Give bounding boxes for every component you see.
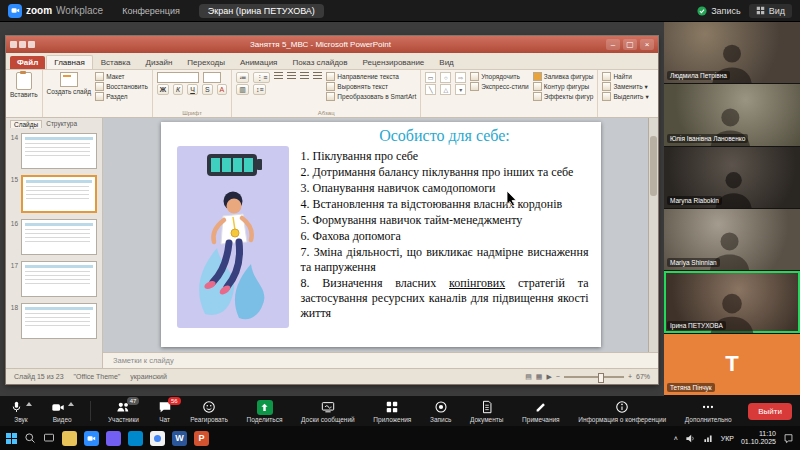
bullets-button[interactable]: ≔ bbox=[236, 72, 249, 83]
language-indicator[interactable]: УКР bbox=[721, 435, 734, 442]
tab-animations[interactable]: Анимация bbox=[233, 56, 285, 69]
chat-button[interactable]: 56 Чат bbox=[156, 400, 174, 423]
arrange-button[interactable]: Упорядочить bbox=[470, 72, 529, 81]
font-size-box[interactable] bbox=[203, 72, 221, 83]
shape-fill-button[interactable]: Заливка фигуры bbox=[533, 72, 594, 81]
numbering-button[interactable]: ⋮≡ bbox=[253, 72, 270, 83]
font-color-button[interactable]: A bbox=[217, 84, 228, 95]
viber-app-icon[interactable] bbox=[106, 431, 121, 446]
paste-button[interactable]: Вставить bbox=[10, 72, 38, 98]
ppt-title-bar[interactable]: Заняття 5_МВС - Microsoft PowerPoint – ▢… bbox=[6, 36, 658, 53]
outline-tab[interactable]: Структура bbox=[46, 120, 77, 128]
layout-button[interactable]: Макет bbox=[95, 72, 148, 81]
taskbar-clock[interactable]: 11:10 01.10.2025 bbox=[741, 430, 776, 446]
telegram-app-icon[interactable] bbox=[128, 431, 143, 446]
audio-options-chevron[interactable] bbox=[26, 402, 32, 406]
tray-expand-icon[interactable]: ˄ bbox=[674, 435, 678, 442]
maximize-button[interactable]: ▢ bbox=[623, 39, 637, 50]
tab-meeting[interactable]: Конференция bbox=[113, 4, 189, 18]
quick-access-toolbar[interactable] bbox=[10, 41, 35, 48]
zoom-slider[interactable] bbox=[564, 376, 624, 378]
new-slide-button[interactable]: Создать слайд bbox=[47, 72, 92, 95]
word-app-icon[interactable]: W bbox=[172, 431, 187, 446]
video-options-chevron[interactable] bbox=[68, 402, 74, 406]
undo-icon[interactable] bbox=[19, 41, 26, 48]
shape-outline-button[interactable]: Контур фигуры bbox=[533, 82, 594, 91]
participants-button[interactable]: 47 Участники bbox=[106, 400, 141, 423]
redo-icon[interactable] bbox=[28, 41, 35, 48]
tab-home[interactable]: Главная bbox=[46, 55, 92, 69]
select-button[interactable]: Выделить ▾ bbox=[602, 92, 648, 101]
slide-thumbnail[interactable]: 17 bbox=[9, 261, 97, 297]
participant-tile[interactable]: Людмила Петрівна bbox=[664, 22, 800, 84]
view-slideshow-icon[interactable]: ▶ bbox=[546, 373, 551, 381]
file-explorer-icon[interactable] bbox=[62, 431, 77, 446]
italic-button[interactable]: К bbox=[173, 84, 183, 95]
minimize-button[interactable]: – bbox=[606, 39, 620, 50]
audio-button[interactable]: Звук bbox=[8, 400, 34, 423]
slide-thumbnail-current[interactable]: 15 bbox=[9, 175, 97, 213]
record-button[interactable]: Запись bbox=[428, 400, 453, 423]
align-center-icon[interactable] bbox=[287, 72, 296, 80]
tab-file[interactable]: Файл bbox=[10, 56, 45, 69]
shape-effects-button[interactable]: Эффекты фигур bbox=[533, 92, 594, 101]
shape-circle-icon[interactable]: ○ bbox=[440, 72, 451, 83]
shape-line-icon[interactable]: ╲ bbox=[425, 84, 436, 95]
bold-button[interactable]: Ж bbox=[157, 84, 169, 95]
underline-button[interactable]: Ч bbox=[187, 84, 198, 95]
tab-transitions[interactable]: Переходы bbox=[180, 56, 232, 69]
shadow-button[interactable]: S bbox=[202, 84, 213, 95]
view-sorter-icon[interactable]: ▦ bbox=[536, 373, 543, 381]
current-slide[interactable]: Особисто для себе: 1. Піклування про себ… bbox=[161, 122, 601, 347]
share-screen-button[interactable]: Поделиться bbox=[245, 400, 285, 423]
speaker-icon[interactable] bbox=[685, 433, 696, 444]
reactions-button[interactable]: Реагировать bbox=[188, 400, 230, 423]
slides-tab[interactable]: Слайды bbox=[10, 120, 42, 128]
align-right-icon[interactable] bbox=[300, 72, 309, 80]
editor-scrollbar[interactable] bbox=[648, 118, 658, 352]
tab-insert[interactable]: Вставка bbox=[94, 56, 138, 69]
notification-center-icon[interactable] bbox=[783, 433, 794, 444]
participant-tile[interactable]: Maryna Riabokin bbox=[664, 147, 800, 209]
justify-icon[interactable] bbox=[313, 72, 322, 80]
participant-tile-no-video[interactable]: Т Тетяна Пінчук bbox=[664, 334, 800, 396]
participant-tile-active-speaker[interactable]: Ірина ПЕТУХОВА bbox=[664, 271, 800, 333]
network-icon[interactable] bbox=[703, 433, 714, 444]
reset-button[interactable]: Восстановить bbox=[95, 82, 148, 91]
apps-button[interactable]: Приложения bbox=[371, 400, 413, 423]
tab-design[interactable]: Дизайн bbox=[138, 56, 179, 69]
leave-meeting-button[interactable]: Выйти bbox=[748, 403, 792, 420]
annotations-button[interactable]: Примечания bbox=[520, 400, 562, 423]
text-direction-button[interactable]: Направление текста bbox=[326, 72, 416, 81]
view-normal-icon[interactable]: ▤ bbox=[525, 373, 532, 381]
more-button[interactable]: Дополнительно bbox=[683, 400, 734, 423]
find-button[interactable]: Найти bbox=[602, 72, 648, 81]
task-view-icon[interactable] bbox=[43, 432, 55, 444]
zoom-app-icon[interactable] bbox=[84, 431, 99, 446]
tab-review[interactable]: Рецензирование bbox=[356, 56, 432, 69]
participant-tile[interactable]: Mariya Shinnian bbox=[664, 209, 800, 271]
taskbar-search-icon[interactable] bbox=[24, 432, 36, 444]
meeting-info-button[interactable]: Информация о конференции bbox=[576, 400, 668, 423]
save-icon[interactable] bbox=[10, 41, 17, 48]
documents-button[interactable]: Документы bbox=[468, 400, 506, 423]
align-text-button[interactable]: Выровнять текст bbox=[326, 82, 416, 91]
shape-arrow-icon[interactable]: ⇨ bbox=[455, 72, 466, 83]
replace-button[interactable]: Заменить ▾ bbox=[602, 82, 648, 91]
whiteboards-button[interactable]: Доски сообщений bbox=[299, 400, 357, 423]
font-name-box[interactable] bbox=[157, 72, 199, 83]
section-button[interactable]: Раздел bbox=[95, 92, 148, 101]
shape-tri-icon[interactable]: △ bbox=[440, 84, 451, 95]
powerpoint-app-icon[interactable]: P bbox=[194, 431, 209, 446]
start-button[interactable] bbox=[6, 433, 17, 444]
close-button[interactable]: × bbox=[640, 39, 654, 50]
video-button[interactable]: Видео bbox=[49, 400, 76, 423]
smartart-button[interactable]: Преобразовать в SmartArt bbox=[326, 92, 416, 101]
shape-more-icon[interactable]: ▾ bbox=[455, 84, 466, 95]
slide-thumbnail[interactable]: 14 bbox=[9, 133, 97, 169]
line-spacing-button[interactable]: ↕≡ bbox=[253, 84, 267, 95]
align-left-icon[interactable] bbox=[274, 72, 283, 80]
zoom-out-button[interactable]: − bbox=[556, 373, 560, 380]
tab-view[interactable]: Вид bbox=[432, 56, 460, 69]
tab-shared-screen[interactable]: Экран (Ірина ПЕТУХОВА) bbox=[199, 4, 324, 18]
